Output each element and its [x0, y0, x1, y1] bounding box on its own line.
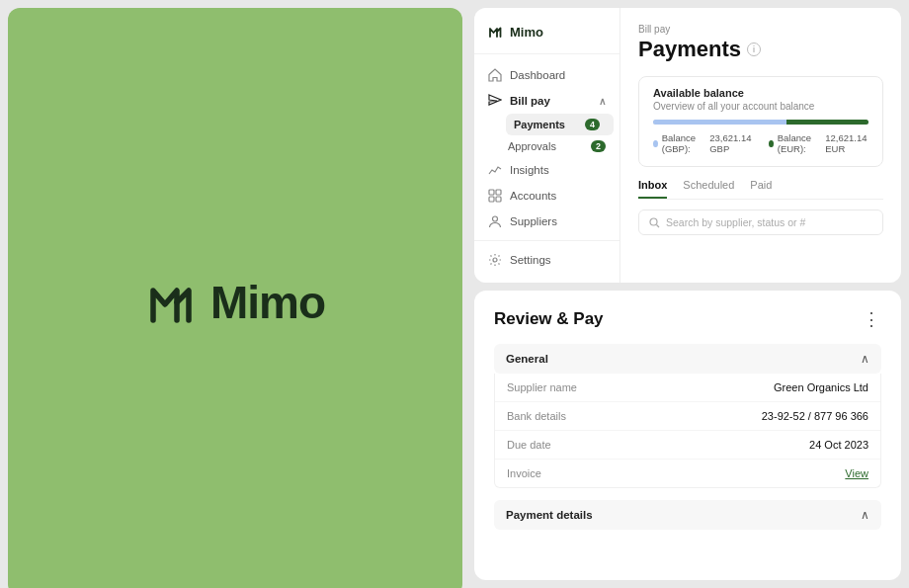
supplier-name-label: Supplier name: [507, 381, 577, 393]
more-options-button[interactable]: ⋮: [863, 308, 881, 330]
general-detail-rows: Supplier name Green Organics Ltd Bank de…: [494, 374, 881, 488]
sidebar-accounts-label: Accounts: [510, 190, 556, 202]
eur-dot: [769, 140, 774, 147]
sidebar-billpay-label: Bill pay: [510, 95, 550, 107]
balance-legend: Balance (GBP): 23,621.14 GBP Balance (EU…: [653, 132, 868, 154]
table-row: Invoice View: [495, 460, 880, 487]
table-row: Bank details 23-92-52 / 877 96 366: [495, 402, 880, 431]
gbp-dot: [653, 140, 658, 147]
sidebar-divider: [474, 240, 620, 241]
gear-icon: [488, 253, 502, 267]
tab-scheduled[interactable]: Scheduled: [683, 179, 734, 199]
mimo-logo-text: Mimo: [210, 276, 325, 329]
invoice-view-link[interactable]: View: [845, 467, 868, 479]
search-bar[interactable]: Search by supplier, status or #: [638, 210, 883, 235]
sidebar-item-accounts[interactable]: Accounts: [474, 183, 620, 209]
balance-card: Available balance Overview of all your a…: [638, 76, 883, 167]
general-section-label: General: [506, 353, 548, 365]
payment-details-label: Payment details: [506, 509, 593, 521]
balance-card-title: Available balance: [653, 87, 868, 99]
sidebar-sub-menu: Payments 4 Approvals 2: [474, 114, 620, 157]
svg-point-6: [650, 218, 657, 225]
eur-value: 12,621.14 EUR: [825, 132, 868, 154]
review-pay-card: Review & Pay ⋮ General ∧ Supplier name G…: [474, 291, 901, 580]
general-section-chevron: ∧: [861, 352, 869, 366]
sidebar-insights-label: Insights: [510, 164, 549, 176]
person-icon: [488, 214, 502, 228]
bank-details-value: 23-92-52 / 877 96 366: [762, 410, 868, 422]
sidebar-item-approvals[interactable]: Approvals 2: [500, 135, 620, 157]
legend-gbp: Balance (GBP): 23,621.14 GBP: [653, 132, 753, 154]
payments-badge: 4: [585, 119, 600, 130]
page-title: Payments i: [638, 37, 883, 62]
hero-panel: Mimo: [8, 8, 462, 588]
payment-details-chevron: ∧: [861, 508, 869, 522]
home-icon: [488, 68, 502, 82]
right-panel: Mimo Dashboard Bill pay ∧ Payment: [470, 0, 909, 588]
approvals-sub-label: Approvals: [508, 140, 556, 152]
invoice-label: Invoice: [507, 467, 541, 479]
app-sidebar: Mimo Dashboard Bill pay ∧ Payment: [474, 8, 620, 283]
sidebar-logo: Mimo: [474, 24, 620, 54]
svg-point-4: [493, 216, 498, 221]
svg-rect-0: [489, 190, 494, 195]
svg-line-7: [657, 224, 660, 227]
grid-icon: [488, 189, 502, 203]
sidebar-item-insights[interactable]: Insights: [474, 157, 620, 183]
chart-icon: [488, 163, 502, 177]
tab-paid[interactable]: Paid: [750, 179, 772, 199]
sidebar-app-name: Mimo: [510, 25, 543, 40]
balance-card-subtitle: Overview of all your account balance: [653, 101, 868, 112]
send-icon: [488, 94, 502, 108]
svg-rect-3: [496, 197, 501, 202]
balance-bar-eur: [786, 120, 868, 125]
sidebar-dashboard-label: Dashboard: [510, 69, 565, 81]
brand-logo: Mimo: [145, 276, 325, 329]
payments-sub-label: Payments: [514, 119, 565, 130]
breadcrumb: Bill pay: [638, 24, 883, 35]
sidebar-item-suppliers[interactable]: Suppliers: [474, 209, 620, 234]
billpay-chevron: ∧: [599, 96, 606, 107]
general-section-header[interactable]: General ∧: [494, 344, 881, 374]
due-date-value: 24 Oct 2023: [809, 439, 868, 451]
tabs-row: Inbox Scheduled Paid: [638, 179, 883, 200]
sidebar-settings-label: Settings: [510, 254, 551, 266]
sidebar-item-payments[interactable]: Payments 4: [506, 114, 614, 135]
approvals-badge: 2: [591, 140, 606, 152]
mimo-logo-icon: [145, 277, 197, 328]
payments-main-content: Bill pay Payments i Available balance Ov…: [620, 8, 901, 283]
payment-details-section-header[interactable]: Payment details ∧: [494, 500, 881, 530]
payments-card: Mimo Dashboard Bill pay ∧ Payment: [474, 8, 901, 283]
search-icon: [649, 217, 660, 228]
svg-rect-2: [489, 197, 494, 202]
eur-label: Balance (EUR):: [778, 132, 821, 154]
supplier-name-value: Green Organics Ltd: [774, 381, 868, 393]
gbp-value: 23,621.14 GBP: [709, 132, 753, 154]
table-row: Due date 24 Oct 2023: [495, 431, 880, 460]
legend-eur: Balance (EUR): 12,621.14 EUR: [769, 132, 868, 154]
sidebar-item-billpay[interactable]: Bill pay ∧: [474, 88, 620, 114]
balance-bar-gbp: [653, 120, 786, 125]
sidebar-suppliers-label: Suppliers: [510, 215, 557, 227]
balance-bar: [653, 120, 868, 125]
svg-point-5: [493, 258, 497, 262]
review-pay-header: Review & Pay ⋮: [494, 308, 881, 330]
review-pay-title: Review & Pay: [494, 309, 604, 329]
bank-details-label: Bank details: [507, 410, 566, 422]
table-row: Supplier name Green Organics Ltd: [495, 374, 880, 402]
search-placeholder: Search by supplier, status or #: [666, 216, 805, 228]
due-date-label: Due date: [507, 439, 551, 451]
sidebar-item-dashboard[interactable]: Dashboard: [474, 62, 620, 88]
sidebar-item-settings[interactable]: Settings: [474, 247, 620, 273]
tab-inbox[interactable]: Inbox: [638, 179, 667, 199]
info-icon: i: [747, 42, 761, 56]
sidebar-mimo-icon: [488, 24, 504, 40]
svg-rect-1: [496, 190, 501, 195]
gbp-label: Balance (GBP):: [662, 132, 705, 154]
